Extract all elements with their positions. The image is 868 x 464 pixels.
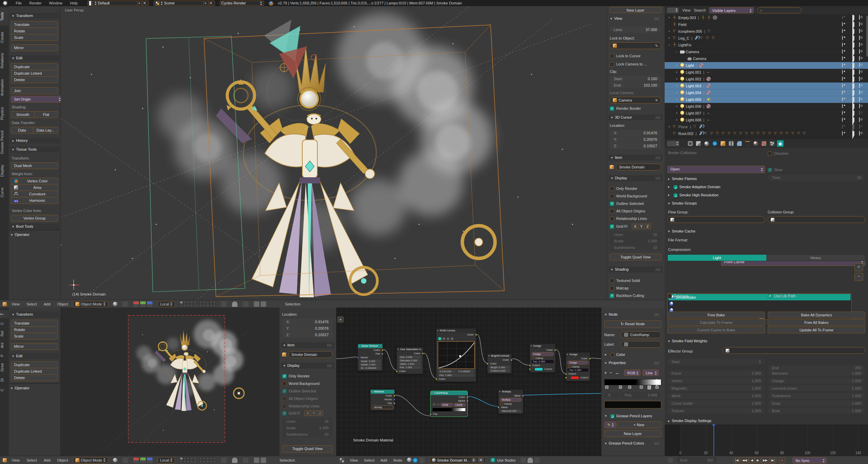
manipulator-scale-icon[interactable] [147, 458, 153, 463]
compression-heavy-option[interactable]: Heavy [766, 255, 865, 261]
grid-slider[interactable]: Lines:16 [282, 418, 333, 424]
expand-toggle[interactable]: + [675, 111, 679, 115]
tool-shelf-tab[interactable]: Tools [0, 8, 9, 25]
grid-axis-toggle[interactable]: X [304, 410, 311, 416]
viewport-3d[interactable]: User Persp (14) Smoke Domain [61, 6, 607, 300]
socket-in-color2[interactable]: Color2 [530, 367, 555, 372]
panel-header-tissue-tools[interactable]: ▼Tissue Tools [10, 147, 59, 152]
tool-shelf-tab[interactable]: Grea [0, 361, 9, 374]
checkbox-box[interactable] [610, 194, 614, 198]
mode-selector[interactable]: Object Mode [73, 457, 108, 463]
visibility-eye-icon[interactable] [842, 22, 847, 27]
outliner-view-menu[interactable]: View [682, 8, 691, 12]
layers-grid-1[interactable] [180, 301, 197, 307]
ramp-stop-handle[interactable] [648, 386, 651, 389]
grid-axis-toggle[interactable]: Z [645, 224, 651, 229]
panel-header-display[interactable]: ▼Display [281, 363, 334, 369]
viewport-shading-selector[interactable] [113, 302, 117, 306]
socket-in-vector[interactable]: Vector [358, 356, 382, 359]
visibility-eye-icon[interactable] [842, 124, 847, 129]
grid-axis-toggle[interactable]: Y [310, 410, 317, 416]
expand-toggle[interactable]: + [675, 71, 679, 74]
menu-item[interactable]: Window [49, 1, 62, 5]
ramp-stop-handle[interactable] [640, 386, 643, 389]
checkbox-box[interactable] [491, 458, 495, 462]
lock-icon[interactable] [221, 458, 227, 463]
properties-tab-icon[interactable] [704, 140, 710, 147]
visibility-eye-icon[interactable] [842, 118, 847, 122]
collision-group-field[interactable] [768, 216, 865, 223]
socket-out-color[interactable]: Color [530, 348, 555, 352]
clamp-checkbox[interactable]: Clamp [530, 356, 555, 360]
ramp-op-button[interactable]: + [604, 370, 607, 375]
snap-magnet-icon[interactable] [232, 301, 237, 307]
fac-slider[interactable]: Fac: 0.355 [531, 360, 554, 363]
tool-shelf-tab[interactable]: Physics [0, 103, 9, 124]
flow-group-field[interactable] [667, 216, 765, 223]
checkbox-box[interactable] [282, 389, 287, 393]
field-weight-slider[interactable]: Curve Guide:1.000 [667, 400, 765, 406]
outliner-search-menu[interactable]: Search [694, 8, 706, 12]
outliner-row[interactable]: + Light.001 | [665, 69, 868, 76]
visibility-eye-icon[interactable] [842, 77, 847, 81]
panel-header-smoke-cache[interactable]: ▼Smoke Cache [667, 228, 695, 234]
node-menu[interactable]: Select [364, 458, 375, 462]
grid-slider[interactable]: Scale:1.000 [610, 238, 661, 244]
field-weight-slider[interactable]: Charge:1.000 [768, 378, 865, 384]
node-mix-dodge-2[interactable]: Dodge Color Dodge Clamp Fac: 0.364 Color… [566, 352, 590, 381]
visibility-eye-icon[interactable] [842, 56, 847, 61]
dissolve-time-slider[interactable]: Time:15 [768, 175, 865, 181]
tool-shelf-tab[interactable]: Rel [0, 329, 9, 339]
properties-tab-icon[interactable] [753, 140, 759, 147]
node-bright-contrast[interactable]: Bright/Contrast Color Color Bright: 0.30… [487, 354, 512, 374]
transport-button[interactable]: ◀◀ [740, 457, 749, 463]
display-option-checkbox[interactable]: Outline Selected [282, 387, 333, 395]
data-layout-button[interactable]: Data Lay... [33, 127, 58, 134]
bake-button[interactable]: Free All Bakes [768, 319, 865, 326]
selectability-cursor-icon[interactable] [851, 29, 856, 34]
socket-out-fac[interactable]: Fac [371, 401, 394, 405]
grid-axis-toggle[interactable]: Z [317, 410, 323, 416]
fac-slider[interactable]: Fac: 1.000 [398, 366, 421, 369]
weight-from-button[interactable]: Vertex Color [11, 178, 58, 184]
region-expand-button[interactable]: + [337, 316, 344, 323]
expand-toggle[interactable]: + [675, 105, 679, 108]
cursor-location-slider[interactable]: Z:0.10527 [610, 143, 661, 149]
snap-element-selector[interactable] [243, 301, 248, 307]
expand-toggle[interactable]: + [675, 118, 679, 122]
viewport-menu[interactable]: Add [44, 302, 50, 306]
edit-button[interactable]: Duplicate Linked [11, 368, 58, 375]
display-option-checkbox[interactable]: Relationship Lines [610, 215, 661, 222]
outliner-filter-dropdown[interactable]: Visible Layers [709, 7, 754, 13]
socket-out-color[interactable]: Color [436, 333, 476, 336]
ramp-color-mode-dropdown[interactable]: RGB [624, 370, 640, 376]
record-button[interactable]: ● [779, 457, 785, 463]
selectability-cursor-icon[interactable] [851, 15, 856, 20]
mode-selector[interactable]: Object Mode [73, 301, 108, 307]
selectability-cursor-icon[interactable] [851, 104, 856, 109]
display-option-checkbox[interactable]: World Background [610, 192, 661, 200]
compression-light-option[interactable]: Light [668, 255, 766, 261]
edit-button[interactable]: Duplicate [11, 63, 58, 70]
selectability-cursor-icon[interactable] [851, 131, 856, 136]
opengl-render-icon[interactable] [254, 301, 259, 307]
editor-type-3dview-icon[interactable] [3, 458, 7, 462]
panel-header-node[interactable]: ▼Node [604, 312, 661, 317]
timeline-playhead[interactable] [713, 424, 714, 456]
clear-icon[interactable]: ✕ [655, 97, 658, 103]
panel-header-field-weights[interactable]: ▼Smoke Field Weights [667, 338, 707, 344]
panel-header-shading[interactable]: ▼Shading [608, 267, 663, 272]
snap-magnet-icon[interactable] [232, 458, 237, 463]
visibility-eye-icon[interactable] [842, 49, 847, 54]
menu-item[interactable]: Help [70, 1, 78, 5]
node-header[interactable]: Noise Texture [358, 344, 382, 348]
panel-header-display-settings[interactable]: ►Smoke Display Settings [667, 418, 711, 424]
editor-type-timeline-icon[interactable] [668, 458, 673, 463]
fake-user-button[interactable]: F [472, 458, 477, 462]
outliner-row[interactable]: + Light | [665, 62, 868, 69]
blend-mode-dropdown[interactable]: Dodge [567, 361, 589, 364]
new-layer-button[interactable]: New Layer [610, 7, 661, 13]
visibility-eye-icon[interactable] [842, 84, 847, 88]
node-header[interactable]: RGB Curves [436, 329, 476, 333]
visibility-eye-icon[interactable] [842, 29, 847, 34]
